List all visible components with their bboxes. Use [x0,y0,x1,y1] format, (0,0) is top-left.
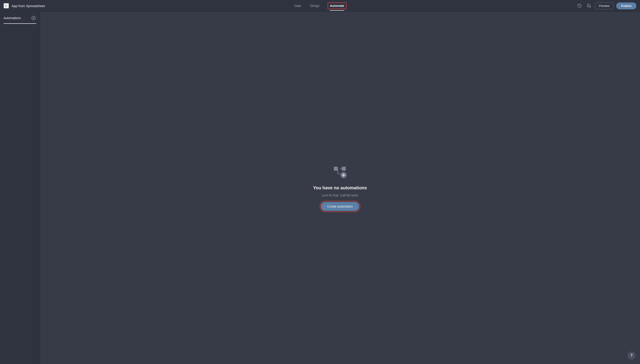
svg-rect-4 [342,167,346,171]
empty-state-title: You have no automations [313,185,367,190]
header: App from Spreadsheet Data Design Automat… [0,0,640,12]
nav-tab-wrapper-data: Data [294,4,302,8]
preview-button[interactable]: Preview [595,2,614,9]
header-nav: Data Design Automate [294,2,346,9]
empty-state-subtitle: Let's fix that. Call the bots! [322,194,358,197]
back-button[interactable] [4,3,9,8]
empty-state: You have no automations Let's fix that. … [313,165,367,211]
nav-tab-wrapper-automate: Automate [328,2,346,9]
create-automation-button[interactable]: Create automation [321,202,359,211]
tab-data[interactable]: Data [294,0,302,11]
main-container: Automations [0,12,640,364]
app-title: App from Spreadsheet [12,4,45,8]
tab-design[interactable]: Design [309,0,321,11]
header-right: Preview Publish [320,2,636,9]
history-button[interactable] [576,2,583,9]
sidebar-title: Automations [4,16,21,20]
tab-automate[interactable]: Automate [330,2,344,9]
sidebar-header: Automations [0,12,40,22]
header-left: App from Spreadsheet [4,3,320,8]
notifications-button[interactable] [586,2,592,9]
add-automation-button[interactable] [31,15,36,21]
empty-state-icon [331,165,349,180]
nav-tab-wrapper-design: Design [309,4,321,8]
sidebar: Automations [0,12,40,364]
help-button[interactable]: ? [628,352,636,360]
content-area: You have no automations Let's fix that. … [40,12,640,364]
svg-rect-8 [334,167,338,171]
sidebar-underline [4,23,36,24]
publish-button[interactable]: Publish [616,2,636,9]
